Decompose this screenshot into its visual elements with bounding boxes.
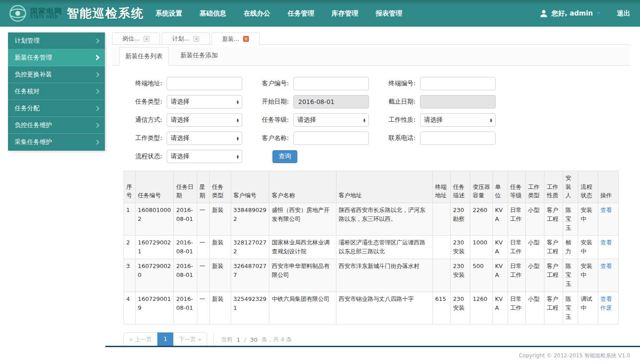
table-cell: 4 (124, 292, 136, 324)
page-group: « 上一页 1 下一页 » (124, 332, 207, 347)
nav-item-2[interactable]: 基础信息 (200, 6, 226, 21)
tab-close-icon[interactable]: × (243, 36, 249, 42)
end-date-label: 截止日期: (378, 98, 416, 106)
customer-no-input[interactable] (293, 77, 369, 90)
contact-phone-input[interactable] (420, 132, 496, 145)
column-header: 任务描述 (451, 171, 470, 203)
start-date-field[interactable]: 2016-08-01 (293, 95, 369, 108)
chevron-right-icon (94, 55, 100, 60)
nav-item-6[interactable]: 报表管理 (376, 6, 402, 21)
comm-mode-selected-value: 请选择 (171, 116, 236, 124)
pagination-slash: / (244, 336, 246, 343)
task-type-select[interactable]: 请选择 (167, 95, 242, 108)
table-cell: 日常工作 (508, 259, 525, 292)
user-area[interactable]: 您好, admin 退出 (540, 9, 630, 18)
terminal-no-label: 终端编号: (378, 80, 416, 88)
customer-no-group: 客户编号: (251, 77, 369, 90)
table-cell: 2016-08-01 (174, 203, 197, 235)
table-cell: 3264870277 (231, 259, 269, 292)
column-header: 工作类型 (525, 171, 544, 203)
sidebar-item-4[interactable]: 任务核对 (8, 83, 105, 100)
view-link[interactable]: 查看 (600, 262, 616, 271)
column-header: 任务日期 (174, 171, 197, 203)
form-row: 流程状态:请选择查询 (124, 149, 630, 164)
table-cell: 一 (197, 203, 209, 235)
terminal-address-input[interactable] (167, 77, 242, 90)
table-header-row: 序号任务编号任务日期星期任务类型客户编号客户名称客户地址终端地址任务描述变压器容… (124, 171, 619, 203)
view-link[interactable]: 查看 (600, 238, 616, 247)
work-type-label: 工作类型: (124, 134, 162, 142)
work-nature-select[interactable]: 请选择 (420, 113, 496, 127)
view-link[interactable]: 查看 (600, 295, 616, 304)
pagination-info: 当前 1 / 30 条，共 4 条 (213, 333, 296, 346)
column-header: 终端地址 (433, 171, 451, 203)
column-header: 任务等级 (508, 171, 525, 203)
sidebar-item-label: 负控任务维护 (15, 121, 52, 129)
main-nav: 系统设置基础信息在线办公任务管理库存管理报表管理 (156, 6, 420, 21)
table-cell: 安装中 (578, 203, 598, 235)
flow-status-select[interactable]: 请选择 (167, 150, 242, 163)
work-type-select[interactable]: 请选择 (167, 132, 242, 145)
tab-3[interactable]: 新装...× (212, 32, 260, 45)
subtab-1[interactable]: 新装任务列表 (119, 47, 169, 66)
sidebar-item-label: 计划管理 (15, 37, 40, 45)
table-cell: 1607290020 (136, 259, 174, 292)
sidebar-item-6[interactable]: 负控任务维护 (8, 117, 105, 134)
form-row: 终端地址:客户编号:终端编号: (124, 76, 630, 91)
table-cell: 西安市申华塑料制品有限公司 (269, 259, 336, 292)
sidebar-item-5[interactable]: 任务分配 (8, 100, 105, 117)
updown-arrows-icon (363, 118, 365, 122)
subtab-2[interactable]: 新装任务添加 (180, 52, 218, 65)
view-link[interactable]: 查看 (600, 206, 616, 215)
table-wrap: 序号任务编号任务日期星期任务类型客户编号客户名称客户地址终端地址任务描述变压器容… (124, 171, 619, 324)
customer-no-label: 客户编号: (251, 80, 289, 88)
tab-1[interactable]: 岗位...× (112, 32, 160, 45)
next-page-button[interactable]: 下一页 » (173, 332, 207, 347)
void-link[interactable]: 作废 (600, 304, 616, 312)
task-level-select[interactable]: 请选择 (293, 113, 369, 127)
column-header: 变压器容量 (470, 171, 492, 203)
nav-item-3[interactable]: 在线办公 (244, 6, 270, 21)
query-button[interactable]: 查询 (272, 150, 297, 163)
logout-button[interactable]: 退出 (617, 9, 630, 18)
pagination-page-size: 30 (250, 336, 258, 343)
copyright-text: Copyright © 2012-2015 智能巡检系统 V1.0 (519, 352, 630, 360)
sidebar-item-1[interactable]: 计划管理 (8, 32, 105, 49)
table-cell: 230勘察 (451, 203, 470, 235)
table-cell: 陈宝玉 (563, 292, 578, 324)
comm-mode-select[interactable]: 请选择 (167, 113, 242, 127)
table-cell (433, 235, 451, 259)
sidebar-item-7[interactable]: 采集任务维护 (8, 134, 105, 151)
operation-cell: 查看作废 (598, 292, 618, 324)
sidebar-item-3[interactable]: 负控更换补装 (8, 66, 105, 83)
table-row: 216072900212016-08-01一新装3281270272国家林业局西… (124, 235, 619, 259)
pagination: « 上一页 1 下一页 » 当前 1 / 30 条，共 4 条 (124, 332, 630, 347)
task-type-label: 任务类型: (124, 98, 162, 106)
customer-name-input[interactable] (293, 132, 369, 145)
table-cell: 陈宝玉 (563, 203, 578, 235)
prev-page-button[interactable]: « 上一页 (124, 332, 158, 347)
user-greeting[interactable]: 您好, admin (552, 9, 593, 18)
flow-status-label: 流程状态: (124, 152, 162, 160)
nav-item-4[interactable]: 任务管理 (288, 6, 314, 21)
tab-2[interactable]: 计划...× (162, 32, 210, 45)
caret-down-icon[interactable] (596, 12, 601, 15)
updown-arrows-icon (236, 118, 239, 122)
sidebar-item-label: 负控更换补装 (15, 71, 52, 79)
table-row: 116080100022016-08-01一新装3384890292盛恒（西安）… (124, 203, 619, 235)
table-cell: 2260 (470, 203, 492, 235)
table-cell: 安装中 (578, 235, 598, 259)
page-1-button[interactable]: 1 (157, 332, 173, 347)
tab-close-icon[interactable]: × (193, 36, 199, 42)
form-row: 任务类型:请选择开始日期:2016-08-01截止日期: (124, 95, 630, 109)
nav-item-1[interactable]: 系统设置 (156, 6, 182, 21)
sidebar-item-2[interactable]: 新装任务管理 (8, 49, 105, 66)
tab-close-icon[interactable]: × (144, 36, 149, 42)
table-cell: 国家林业局西北林业调查规划设计院 (269, 235, 336, 259)
nav-item-5[interactable]: 库存管理 (332, 6, 358, 21)
table-cell: 一 (197, 292, 209, 324)
terminal-no-input[interactable] (420, 77, 496, 90)
end-date-field[interactable] (420, 95, 496, 108)
work-type-group: 工作类型:请选择 (124, 132, 242, 145)
work-nature-label: 工作性质: (378, 116, 416, 124)
